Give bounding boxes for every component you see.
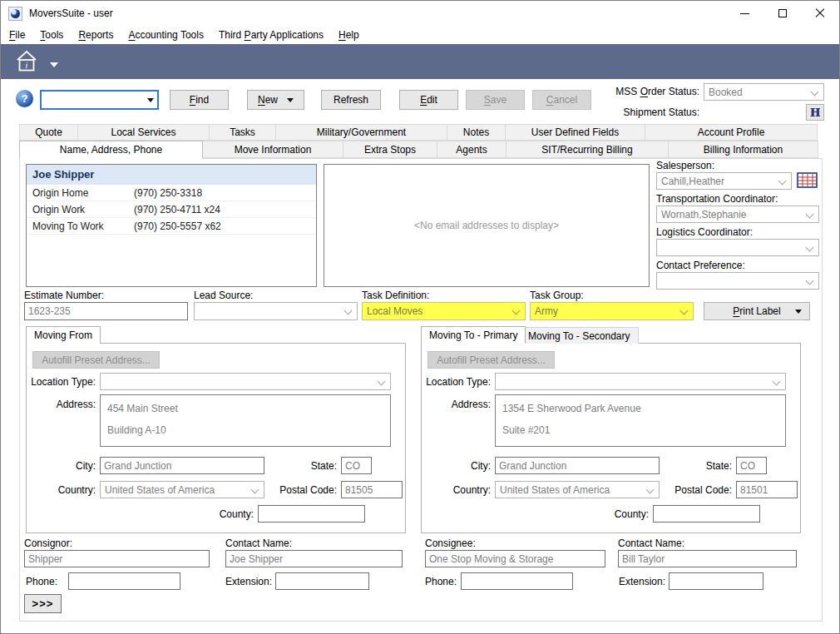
maximize-button[interactable] <box>763 1 801 26</box>
phone-row[interactable]: Moving To Work(970) 250-5557 x62 <box>27 218 316 235</box>
find-button[interactable]: Find <box>170 90 229 110</box>
moving-to-location-type-select[interactable] <box>495 373 786 390</box>
search-dropdown-button[interactable] <box>143 92 157 108</box>
moving-to-address-box[interactable]: 1354 E Sherwood Park AvenueSuite #201 <box>495 394 786 447</box>
menu-reports[interactable]: Reports <box>71 27 121 43</box>
order-menu-button[interactable]: i <box>14 49 58 74</box>
contact-list[interactable]: Joe Shipper Origin Home(970) 250-3318Ori… <box>26 164 317 287</box>
consignee-phone-input[interactable] <box>461 572 573 590</box>
moving-from-state-input[interactable] <box>341 457 372 474</box>
moving-from-county-label: County: <box>185 508 254 520</box>
consignee-contact-name-input[interactable] <box>618 550 797 567</box>
tab-quote[interactable]: Quote <box>19 124 78 141</box>
salesperson-schedule-button[interactable] <box>797 172 818 191</box>
new-dropdown-arrow-icon <box>287 98 294 102</box>
contact-preference-select[interactable] <box>656 272 819 290</box>
chevron-down-icon <box>680 307 689 315</box>
order-search-input[interactable] <box>42 92 143 108</box>
minimize-button[interactable] <box>726 1 763 26</box>
consignor-extension-input[interactable] <box>275 572 369 590</box>
salesperson-select[interactable]: Cahill,Heather <box>656 172 792 190</box>
moving-from-country-select[interactable]: United States of America <box>100 481 264 498</box>
address-line: 1354 E Sherwood Park Avenue <box>502 398 778 419</box>
task-definition-select[interactable]: Local Moves <box>362 302 526 320</box>
moving-from-county-input[interactable] <box>258 505 365 523</box>
shipment-status-label: Shipment Status: <box>575 106 699 118</box>
minimize-icon <box>740 13 749 14</box>
menu-help[interactable]: Help <box>331 27 367 43</box>
consignee-extension-input[interactable] <box>669 572 763 590</box>
moving-from-location-type-select[interactable] <box>100 373 391 390</box>
chevron-down-icon <box>378 378 386 386</box>
save-button[interactable]: Save <box>466 90 525 110</box>
window-title: MoversSuite - user <box>29 7 113 19</box>
moving-to-county-input[interactable] <box>653 505 760 523</box>
logistics-coordinator-select[interactable] <box>656 239 819 256</box>
moving-from-autofill-button[interactable]: Autofill Preset Address... <box>32 351 160 369</box>
order-search-combobox <box>40 90 159 110</box>
tab-moving-to-secondary[interactable]: Moving To - Secondary <box>520 327 639 344</box>
close-button[interactable] <box>801 1 838 26</box>
estimate-number-input[interactable] <box>24 302 188 320</box>
menu-accounting-tools[interactable]: Accounting Tools <box>121 27 211 43</box>
print-label-text: Print Label <box>733 305 780 317</box>
menu-third-party-applications[interactable]: Third Party Applications <box>211 27 331 43</box>
moving-to-autofill-button[interactable]: Autofill Preset Address... <box>427 351 555 369</box>
order-header: i Order Number: 1623-235-21 Order Name: <box>1 44 839 79</box>
print-label-button[interactable]: Print Label <box>704 302 810 320</box>
shipment-status-history-button[interactable]: H <box>806 104 824 121</box>
tab-moving-from[interactable]: Moving From <box>26 326 101 344</box>
lead-source-select[interactable] <box>194 302 358 320</box>
phone-row[interactable]: Origin Home(970) 250-3318 <box>27 185 316 201</box>
tab-billing-information[interactable]: Billing Information <box>668 141 818 158</box>
edit-button[interactable]: Edit <box>399 90 458 110</box>
address-line: Suite #201 <box>502 419 778 441</box>
tab-sit-recurring-billing[interactable]: SIT/Recurring Billing <box>506 141 669 158</box>
moving-from-city-input[interactable] <box>100 457 264 474</box>
moving-to-state-input[interactable] <box>736 457 767 474</box>
chevron-down-icon <box>512 307 521 315</box>
tab-move-information[interactable]: Move Information <box>202 141 343 158</box>
tab-agents[interactable]: Agents <box>437 141 506 158</box>
phone-type: Moving To Work <box>32 218 134 234</box>
expand-button[interactable]: >>> <box>24 594 62 613</box>
moving-to-country-select[interactable]: United States of America <box>495 481 660 498</box>
moving-to-country-value: United States of America <box>500 484 610 496</box>
menu-file[interactable]: File <box>2 27 32 43</box>
tab-notes[interactable]: Notes <box>447 124 506 141</box>
window-controls <box>726 1 838 26</box>
tab-tasks[interactable]: Tasks <box>209 124 276 141</box>
contact-phone-list: Origin Home(970) 250-3318Origin Work(970… <box>27 185 316 235</box>
tab-local-services[interactable]: Local Services <box>77 124 210 141</box>
chevron-down-icon <box>806 244 814 252</box>
tab-account-profile[interactable]: Account Profile <box>645 124 818 141</box>
task-group-select[interactable]: Army <box>530 302 694 320</box>
new-button[interactable]: New <box>247 90 304 110</box>
menu-tools[interactable]: Tools <box>32 27 71 43</box>
tab-name-address-phone[interactable]: Name, Address, Phone <box>19 141 203 159</box>
phone-number: (970) 250-4711 x24 <box>134 201 220 217</box>
tab-military-government[interactable]: Military/Government <box>275 124 447 141</box>
print-label-dropdown-arrow-icon <box>795 310 802 314</box>
refresh-button[interactable]: Refresh <box>321 90 381 110</box>
consignee-input[interactable] <box>425 550 605 567</box>
moving-from-postal-input[interactable] <box>341 481 403 498</box>
help-icon[interactable]: ? <box>16 90 33 107</box>
chevron-down-icon <box>811 88 819 97</box>
consignor-contact-name-input[interactable] <box>225 550 403 567</box>
moving-from-address-box[interactable]: 454 Main StreetBuilding A-10 <box>100 394 391 447</box>
transportation-coordinator-select[interactable]: Wornath,Stephanie <box>656 206 819 223</box>
dropdown-arrow-icon <box>147 98 154 102</box>
svg-text:i: i <box>26 61 28 70</box>
tab-extra-stops[interactable]: Extra Stops <box>343 141 437 158</box>
consignor-phone-input[interactable] <box>68 572 180 590</box>
estimate-number-label: Estimate Number: <box>24 290 104 301</box>
phone-row[interactable]: Origin Work(970) 250-4711 x24 <box>27 201 316 218</box>
tab-moving-to-primary[interactable]: Moving To - Primary <box>421 326 526 344</box>
moving-to-postal-input[interactable] <box>736 481 798 498</box>
mss-order-status-select[interactable]: Booked <box>704 83 824 101</box>
consignor-input[interactable] <box>24 550 210 567</box>
tab-user-defined-fields[interactable]: User Defined Fields <box>505 124 645 141</box>
email-list[interactable]: <No email addresses to display> <box>324 164 650 287</box>
moving-to-city-input[interactable] <box>495 457 660 474</box>
